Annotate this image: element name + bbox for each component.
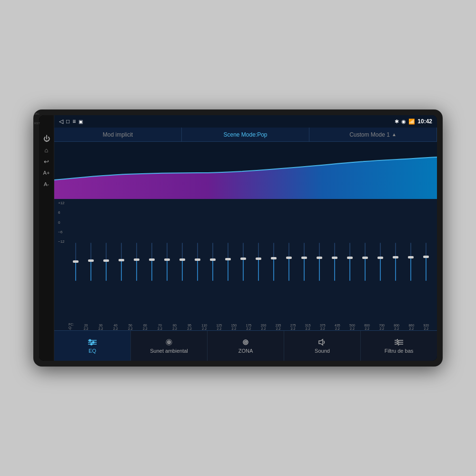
slider-track-50[interactable] bbox=[121, 243, 122, 281]
slider-track-435[interactable] bbox=[334, 243, 335, 281]
fc-label-30: 30 bbox=[99, 324, 103, 327]
slider-handle-60[interactable] bbox=[134, 258, 139, 261]
slider-handle-920[interactable] bbox=[423, 256, 429, 258]
slider-fill-175 bbox=[243, 259, 244, 281]
vol-down-button[interactable]: A- bbox=[40, 179, 53, 189]
slider-handle-175[interactable] bbox=[240, 258, 246, 260]
slider-track-125[interactable] bbox=[212, 243, 213, 281]
nav-label-ambient: Sunet ambiental bbox=[150, 348, 188, 354]
home-nav-icon[interactable]: □ bbox=[66, 118, 69, 125]
slider-track-60[interactable] bbox=[136, 243, 137, 281]
fc-label-110: 110 bbox=[201, 324, 207, 327]
freq-label-col-920: 9202.2 bbox=[419, 324, 433, 330]
slider-fill-800 bbox=[395, 258, 396, 281]
fc-label-600: 600 bbox=[364, 324, 370, 327]
slider-handle-20[interactable] bbox=[73, 260, 79, 263]
slider-track-80[interactable] bbox=[167, 243, 168, 281]
slider-track-235[interactable] bbox=[273, 243, 274, 281]
nav-item-sound[interactable]: Sound bbox=[284, 331, 361, 361]
slider-track-70[interactable] bbox=[151, 243, 152, 281]
slider-fill-600 bbox=[365, 258, 366, 281]
slider-track-275[interactable] bbox=[288, 243, 289, 281]
fc-label-95: 95 bbox=[188, 324, 191, 327]
freq-label-col-40: 402.2 bbox=[109, 324, 122, 330]
slider-col-275 bbox=[282, 243, 296, 281]
slider-fill-30 bbox=[90, 261, 91, 281]
tab-scene-mode[interactable]: Scene Mode:Pop bbox=[182, 128, 309, 141]
slider-handle-860[interactable] bbox=[408, 256, 414, 258]
slider-track-40[interactable] bbox=[106, 243, 107, 281]
back-nav-icon[interactable]: ◁ bbox=[59, 118, 63, 125]
slider-track-375[interactable] bbox=[319, 243, 320, 281]
vol-up-button[interactable]: A+ bbox=[40, 168, 53, 178]
slider-handle-700[interactable] bbox=[377, 257, 383, 259]
slider-handle-95[interactable] bbox=[179, 258, 185, 261]
slider-track-800[interactable] bbox=[395, 243, 396, 281]
slider-fill-200 bbox=[258, 259, 259, 281]
slider-fill-80 bbox=[167, 260, 168, 281]
q-label-275: 2.2 bbox=[291, 327, 296, 330]
slider-track-200[interactable] bbox=[258, 243, 259, 281]
slider-handle-500[interactable] bbox=[347, 257, 353, 259]
slider-track-500[interactable] bbox=[349, 243, 350, 281]
slider-handle-30[interactable] bbox=[88, 259, 94, 262]
slider-track-600[interactable] bbox=[365, 243, 366, 281]
slider-fill-500 bbox=[349, 258, 350, 281]
slider-handle-110[interactable] bbox=[195, 258, 200, 261]
slider-col-435 bbox=[327, 243, 342, 281]
home-button[interactable]: ⌂ bbox=[40, 145, 53, 155]
slider-track-30[interactable] bbox=[90, 243, 91, 281]
slider-track-700[interactable] bbox=[380, 243, 381, 281]
slider-handle-50[interactable] bbox=[119, 259, 124, 261]
slider-track-860[interactable] bbox=[410, 243, 411, 281]
slider-handle-80[interactable] bbox=[164, 258, 170, 261]
slider-track-110[interactable] bbox=[197, 243, 198, 281]
db-0: 0 bbox=[58, 220, 67, 225]
slider-handle-275[interactable] bbox=[286, 257, 292, 259]
slider-handle-600[interactable] bbox=[362, 257, 368, 259]
q-label-80: 2.2 bbox=[172, 327, 177, 330]
slider-track-920[interactable] bbox=[426, 243, 426, 281]
slider-fill-150 bbox=[228, 259, 228, 281]
slider-handle-40[interactable] bbox=[103, 259, 109, 262]
nav-item-ambient[interactable]: Sunet ambiental bbox=[131, 331, 208, 361]
fc-label-125: 125 bbox=[216, 324, 222, 327]
nav-item-bass[interactable]: Filtru de bas bbox=[361, 331, 437, 361]
slider-handle-70[interactable] bbox=[149, 258, 155, 261]
slider-track-175[interactable] bbox=[243, 243, 244, 281]
q-label-235: 2.2 bbox=[276, 327, 281, 330]
svg-point-3 bbox=[89, 339, 91, 342]
freq-label-col-700: 7002.2 bbox=[375, 324, 389, 330]
fc-label-200: 200 bbox=[261, 324, 267, 327]
nav-item-eq[interactable]: EQ bbox=[54, 331, 131, 361]
freq-label-col-80: 802.2 bbox=[168, 324, 181, 330]
slider-handle-315[interactable] bbox=[301, 257, 307, 259]
slider-fill-860 bbox=[410, 258, 411, 281]
nav-item-zona[interactable]: ZONA bbox=[208, 331, 284, 361]
slider-track-315[interactable] bbox=[304, 243, 305, 281]
freq-label-col-60: 602.2 bbox=[138, 324, 152, 330]
fc-label-235: 235 bbox=[276, 324, 281, 327]
slider-handle-125[interactable] bbox=[210, 258, 216, 261]
freq-label-col-125: 1252.2 bbox=[212, 324, 226, 330]
slider-track-95[interactable] bbox=[182, 243, 183, 281]
slider-handle-800[interactable] bbox=[393, 256, 398, 258]
slider-handle-200[interactable] bbox=[256, 258, 261, 260]
tab-custom-mode[interactable]: Custom Mode 1 ▲ bbox=[309, 128, 437, 141]
slider-handle-235[interactable] bbox=[271, 257, 277, 259]
power-button[interactable]: ⏻ bbox=[40, 133, 53, 144]
fc-label-80: 80 bbox=[173, 324, 177, 327]
freq-label-col-235: 2352.2 bbox=[271, 324, 285, 330]
nav-label-eq: EQ bbox=[89, 348, 96, 354]
menu-nav-icon[interactable]: ≡ bbox=[72, 118, 76, 125]
tab-mod-implicit[interactable]: Mod implicit bbox=[54, 128, 182, 141]
slider-handle-375[interactable] bbox=[317, 257, 322, 259]
slider-handle-150[interactable] bbox=[225, 258, 231, 260]
slider-track-20[interactable] bbox=[75, 243, 76, 281]
slider-handle-435[interactable] bbox=[332, 257, 337, 259]
slider-track-150[interactable] bbox=[228, 243, 228, 281]
q-label-125: 2.2 bbox=[217, 327, 221, 330]
location-icon: ◉ bbox=[401, 119, 406, 125]
back-button[interactable]: ↩ bbox=[40, 156, 53, 167]
recent-nav-icon[interactable]: ▣ bbox=[79, 119, 83, 124]
